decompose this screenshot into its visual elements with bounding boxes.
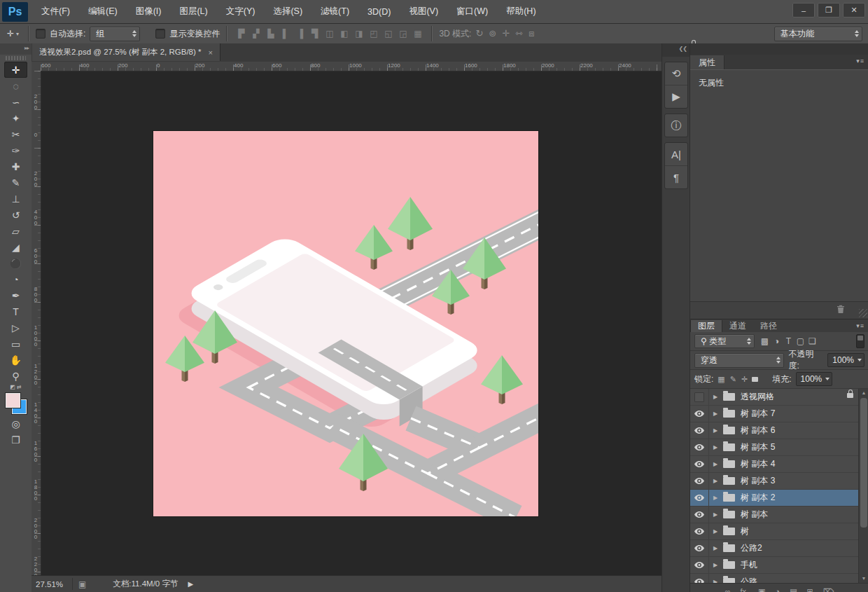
show-transform-checkbox[interactable] — [155, 29, 165, 39]
actions-panel-icon[interactable]: ▶ — [665, 85, 687, 108]
menu-item-9[interactable]: 窗口(W) — [447, 0, 497, 23]
layer-visibility-toggle[interactable] — [690, 507, 709, 523]
link-layers-icon[interactable]: ∞ — [725, 587, 731, 592]
menu-item-2[interactable]: 图像(I) — [127, 0, 171, 23]
crop-tool[interactable]: ✂ — [4, 126, 27, 142]
hand-tool[interactable]: ✋ — [4, 352, 27, 368]
expand-arrow-icon[interactable]: ▶ — [713, 394, 723, 400]
distribute-top-edges-icon[interactable]: ◫ — [322, 27, 337, 41]
expand-arrow-icon[interactable]: ▶ — [713, 579, 723, 583]
menu-item-5[interactable]: 选择(S) — [264, 0, 312, 23]
tab-图层[interactable]: 图层 — [690, 320, 722, 332]
expand-arrow-icon[interactable]: ▶ — [713, 478, 723, 484]
auto-select-checkbox[interactable] — [36, 29, 46, 39]
scrollbar-thumb[interactable] — [860, 398, 867, 528]
3d-rotate-icon[interactable]: ↻ — [475, 28, 483, 39]
properties-panel-menu-icon[interactable]: ▾≡ — [856, 57, 864, 64]
move-tool[interactable]: ✛ — [4, 62, 27, 78]
filter-adjustment-layers-icon[interactable]: ◑ — [771, 336, 783, 346]
layer-visibility-toggle[interactable] — [690, 574, 709, 583]
lock-transparent-pixels-icon[interactable]: ▦ — [718, 375, 724, 384]
lasso-tool[interactable]: ∽ — [4, 94, 27, 110]
magic-wand-tool[interactable]: ✦ — [4, 110, 27, 126]
layer-visibility-toggle[interactable] — [690, 490, 709, 506]
new-layer-icon[interactable]: ⊞ — [807, 587, 813, 592]
layer-mask-icon[interactable]: ▣ — [758, 587, 765, 592]
dodge-tool[interactable]: ◔ — [4, 271, 27, 287]
eyedropper-tool[interactable]: ✑ — [4, 142, 27, 158]
expand-arrow-icon[interactable]: ▶ — [713, 511, 723, 518]
blend-mode-dropdown[interactable]: 穿透 — [694, 353, 784, 368]
tool-preset-picker[interactable]: ✛ ▾ — [4, 29, 22, 39]
document-canvas[interactable] — [153, 131, 538, 516]
distribute-left-edges-icon[interactable]: ◰ — [366, 27, 381, 41]
layer-visibility-toggle[interactable] — [690, 557, 709, 573]
screen-mode-button[interactable]: ❐ — [4, 432, 27, 448]
align-right-edges-icon[interactable]: ▜ — [307, 27, 322, 41]
canvas-viewport[interactable]: 6004002000200400600800100012001400160018… — [31, 62, 662, 576]
align-horizontal-centers-icon[interactable]: ▐ — [293, 27, 307, 41]
align-bottom-edges-icon[interactable]: ▙ — [263, 27, 278, 41]
distribute-bottom-edges-icon[interactable]: ◨ — [351, 27, 366, 41]
layer-visibility-toggle[interactable] — [690, 456, 709, 472]
filter-shape-layers-icon[interactable]: ▢ — [794, 336, 806, 346]
3d-roll-icon[interactable]: ⊚ — [489, 28, 496, 39]
layer-filter-toggle[interactable] — [856, 334, 864, 348]
clone-stamp-tool[interactable]: ⊥ — [4, 191, 27, 207]
opacity-field[interactable]: 100% — [827, 353, 864, 367]
marquee-tool[interactable]: ◌ — [4, 78, 27, 94]
layer-row[interactable]: ▶透视网格 — [690, 389, 868, 406]
menu-item-1[interactable]: 编辑(E) — [79, 0, 127, 23]
expand-arrow-icon[interactable]: ▶ — [713, 427, 723, 434]
expand-arrow-icon[interactable]: ▶ — [713, 444, 723, 450]
layer-row[interactable]: ▶树 副本 5 — [690, 439, 868, 456]
lock-all-icon[interactable] — [752, 377, 758, 382]
layer-row[interactable]: ▶树 — [690, 523, 868, 540]
foreground-color-swatch[interactable] — [6, 393, 20, 408]
distribute-horizontal-centers-icon[interactable]: ◱ — [381, 27, 396, 41]
blur-tool[interactable]: ⚫ — [4, 255, 27, 271]
3d-slide-icon[interactable]: ⇿ — [515, 28, 523, 39]
toolbar-grip[interactable] — [6, 56, 26, 60]
dock-collapse-button[interactable]: ❮❮ — [662, 43, 690, 57]
expand-arrow-icon[interactable]: ▶ — [713, 545, 723, 551]
layer-row[interactable]: ▶手机 — [690, 557, 868, 574]
rectangle-tool[interactable]: ▭ — [4, 336, 27, 352]
character-panel-icon[interactable]: A| — [665, 143, 687, 166]
lock-position-icon[interactable]: ✛ — [741, 375, 748, 384]
align-left-edges-icon[interactable]: ▌ — [278, 27, 293, 41]
auto-select-target-dropdown[interactable]: 组 — [90, 27, 140, 41]
brush-tool[interactable]: ✎ — [4, 174, 27, 191]
layer-row[interactable]: ▶树 副本 6 — [690, 422, 868, 439]
swap-colors-icon[interactable]: ⇄ — [17, 384, 22, 390]
layer-visibility-toggle[interactable] — [690, 540, 709, 556]
status-menu-arrow[interactable]: ▶ — [188, 580, 193, 588]
history-panel-icon[interactable]: ⟲ — [665, 62, 687, 85]
eraser-tool[interactable]: ▱ — [4, 223, 27, 239]
menu-item-3[interactable]: 图层(L) — [170, 0, 216, 23]
layer-row[interactable]: ▶树 副本 4 — [690, 456, 868, 473]
menu-item-4[interactable]: 文字(Y) — [217, 0, 265, 23]
layers-panel-menu-icon[interactable]: ▾≡ — [856, 322, 864, 329]
pen-tool[interactable]: ✒ — [4, 287, 27, 303]
distribute-vertical-centers-icon[interactable]: ◧ — [337, 27, 351, 41]
layer-visibility-toggle[interactable] — [690, 422, 709, 439]
layer-row[interactable]: ▶树 副本 — [690, 507, 868, 523]
layers-scrollbar[interactable]: ▲ ▼ — [858, 389, 868, 583]
type-tool[interactable]: T — [4, 303, 27, 319]
history-brush-tool[interactable]: ↺ — [4, 207, 27, 223]
info-panel-icon[interactable]: ⓘ — [665, 114, 687, 137]
layer-style-icon[interactable]: fx. — [740, 587, 748, 592]
new-group-icon[interactable]: ▤ — [790, 587, 797, 592]
expand-arrow-icon[interactable]: ▶ — [713, 461, 723, 467]
panel-resize-grip[interactable] — [859, 309, 867, 317]
filter-type-layers-icon[interactable]: T — [783, 336, 794, 346]
layer-row[interactable]: ▶公路 — [690, 574, 868, 583]
expand-arrow-icon[interactable]: ▶ — [713, 411, 723, 417]
maximize-button[interactable]: ❐ — [818, 3, 840, 18]
layer-row[interactable]: ▶树 副本 2 — [690, 490, 868, 507]
properties-trash-icon[interactable] — [836, 305, 845, 315]
layer-row[interactable]: ▶树 副本 3 — [690, 473, 868, 490]
layer-visibility-toggle[interactable] — [690, 406, 709, 422]
layer-filter-type-dropdown[interactable]: ⚲ 类型 — [694, 334, 755, 348]
